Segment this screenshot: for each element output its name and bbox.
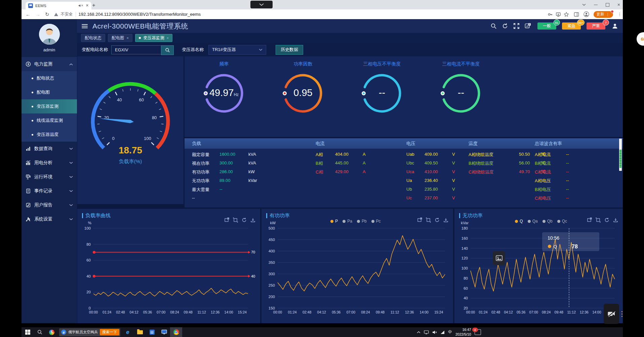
install-icon[interactable] xyxy=(556,12,561,17)
svg-text:14:00: 14:00 xyxy=(224,310,233,314)
tab-close-icon[interactable]: × xyxy=(127,36,129,40)
taskbar-search-button[interactable] xyxy=(34,327,46,337)
ime-indicator[interactable]: 中 xyxy=(448,329,452,335)
browser-tabstrip: EEMS ◄× ✕ + × xyxy=(22,0,623,9)
scrollbar-thumb[interactable] xyxy=(619,150,621,168)
sidebar-subitem-线缆温度监测[interactable]: 线缆温度监测 xyxy=(22,113,77,128)
blue-app-icon[interactable]: ▤ xyxy=(146,327,158,337)
station-input[interactable] xyxy=(111,45,161,54)
svg-text:09:48: 09:48 xyxy=(376,310,385,314)
history-data-button[interactable]: 历史数据 xyxy=(276,45,303,55)
news-headline[interactable]: 俄宇航员太空阀兵 xyxy=(68,330,98,335)
maximize-button[interactable] xyxy=(606,3,609,7)
sidebar-subitem-变压器温度[interactable]: 变压器温度 xyxy=(22,128,77,142)
translate-icon[interactable]: A文 xyxy=(525,23,531,29)
table-header: 负载电流电压温度总谐波含有率 xyxy=(185,138,623,149)
edge-floating-badge[interactable]: 68 xyxy=(637,32,644,46)
station-search-button[interactable] xyxy=(161,45,174,55)
chevron-down-icon[interactable] xyxy=(582,4,586,6)
sidebar-item-系统设置[interactable]: 系统设置 xyxy=(22,212,77,226)
alarm-button-严重[interactable]: 严重7 xyxy=(587,22,605,30)
chrome-taskbar-icon[interactable] xyxy=(170,327,182,337)
svg-text:500: 500 xyxy=(269,226,275,230)
forward-icon[interactable]: → xyxy=(35,12,40,17)
voltage-unit: V xyxy=(452,169,455,174)
sidebar-item-运行环境[interactable]: 运行环境 xyxy=(22,170,77,184)
current-name: C相 xyxy=(316,169,323,175)
sidebar-item-用电分析[interactable]: 用电分析 xyxy=(22,156,77,170)
tab-close-icon[interactable]: ✕ xyxy=(86,4,89,7)
news-search-button[interactable]: 搜索一下 xyxy=(100,329,119,335)
ie-taskbar-icon[interactable]: e xyxy=(122,327,134,337)
hamburger-menu-icon[interactable] xyxy=(82,24,88,28)
bookmark-star-icon[interactable] xyxy=(564,12,569,17)
page-tab-配电图[interactable]: 配电图× xyxy=(108,34,132,42)
taskbar-clock[interactable]: 16:47 2022/5/10 xyxy=(455,328,471,336)
browser-tab[interactable]: EEMS ◄× ✕ xyxy=(26,2,91,9)
harmonic-value: -- xyxy=(566,195,569,200)
transformer-select[interactable]: TR1#变压器 xyxy=(208,45,266,55)
sidebar-item-数据查询[interactable]: 数据查询 xyxy=(22,142,77,156)
monitor-app-icon[interactable] xyxy=(158,327,170,337)
svg-text:07:00: 07:00 xyxy=(347,310,355,314)
sidebar-subitem-变压器监测[interactable]: 变压器监测 xyxy=(22,99,77,113)
browser-update-button[interactable]: 更新 ⋮ xyxy=(594,11,613,18)
settings-icon xyxy=(26,216,31,222)
network-icon[interactable] xyxy=(440,330,445,334)
sidebar-item-事件记录[interactable]: 事件记录 xyxy=(22,184,77,198)
harmonic-value: -- xyxy=(566,152,569,157)
display-tray-icon[interactable] xyxy=(424,330,429,334)
alarm-button-紧急[interactable]: 紧急99+ xyxy=(562,22,581,30)
sidebar-subitem-配电状态[interactable]: 配电状态 xyxy=(22,71,77,85)
tray-chevron-up-icon[interactable] xyxy=(417,331,420,333)
svg-text:kW: kW xyxy=(270,221,276,225)
screenshot-tool-widget[interactable] xyxy=(493,251,505,265)
url-text[interactable]: 192.168.204.112:8090/3000WEBV2/Transform… xyxy=(79,12,545,17)
video-overlay-widget[interactable] xyxy=(604,304,619,324)
recorder-overlay-button[interactable] xyxy=(250,1,273,8)
reload-icon[interactable]: ↻ xyxy=(45,12,49,17)
page-tab-变压器监测[interactable]: 变压器监测× xyxy=(135,34,172,42)
svg-text:20: 20 xyxy=(86,290,91,294)
column-header: 电流 xyxy=(316,141,325,147)
taskbar-news-widget[interactable]: e 俄宇航员太空阀兵 搜索一下 xyxy=(59,328,120,336)
new-tab-button[interactable]: + xyxy=(90,2,97,9)
sidebar-subitem-label: 配电图 xyxy=(37,89,73,95)
video-widget-handle[interactable] xyxy=(620,307,623,321)
search-icon[interactable] xyxy=(490,23,497,29)
tab-close-icon[interactable]: × xyxy=(166,36,168,40)
svg-text:05:36: 05:36 xyxy=(517,310,525,314)
alarm-button-一般[interactable]: 一般81 xyxy=(537,22,556,30)
svg-text:14:00: 14:00 xyxy=(592,310,601,314)
sidebar-item-用户报告[interactable]: 用户报告 xyxy=(22,198,77,212)
svg-text:140: 140 xyxy=(461,246,468,250)
omnibox[interactable]: 不安全 192.168.204.112:8090/3000WEBV2/Trans… xyxy=(54,10,569,18)
tab-mute-icon[interactable]: ◄× xyxy=(77,4,83,7)
voltage-name: Uca xyxy=(406,169,414,174)
minimize-button[interactable] xyxy=(594,5,598,5)
svg-text:40: 40 xyxy=(117,97,122,102)
browser-menu-icon[interactable]: ⋮ xyxy=(617,14,619,15)
profile-avatar-icon[interactable] xyxy=(583,11,589,17)
svg-text:00:00: 00:00 xyxy=(466,310,475,314)
sidebar-subitem-配电图[interactable]: 配电图 xyxy=(22,85,77,99)
page-tab-配电状态[interactable]: 配电状态 xyxy=(81,34,105,42)
svg-text:120: 120 xyxy=(461,256,468,260)
key-icon[interactable] xyxy=(548,12,553,17)
close-button[interactable]: × xyxy=(617,2,620,7)
load-unit: kVar xyxy=(248,178,257,183)
back-icon[interactable]: ← xyxy=(26,12,31,17)
fullscreen-icon[interactable] xyxy=(513,23,520,29)
refresh-icon[interactable] xyxy=(502,23,508,29)
chevron-down-icon xyxy=(69,162,73,164)
scrollbar-track[interactable] xyxy=(619,139,622,171)
start-button[interactable] xyxy=(22,327,34,337)
notification-center-icon[interactable]: 4 xyxy=(475,329,481,335)
kpi-gauge-频率: 频率49.97Hz xyxy=(185,56,264,137)
volume-mute-icon[interactable] xyxy=(432,330,437,334)
file-explorer-icon[interactable] xyxy=(134,327,146,337)
sidebar-item-电力监测[interactable]: 电力监测 xyxy=(22,57,77,71)
side-panel-icon[interactable] xyxy=(574,12,579,17)
sogou-input-icon[interactable]: S xyxy=(46,327,58,337)
user-icon[interactable] xyxy=(612,23,618,29)
